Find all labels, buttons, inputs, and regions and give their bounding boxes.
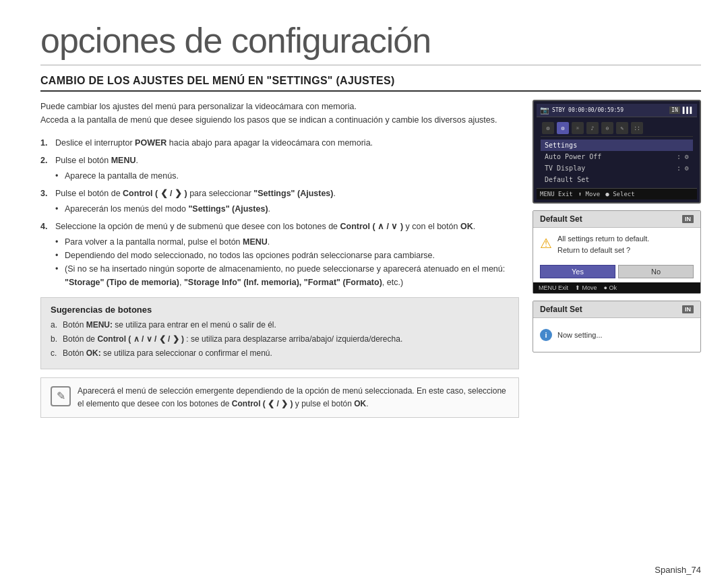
cam-icon-4: ♪ [586,122,599,134]
dialog1-line2: Return to default set ? [557,246,630,254]
cam-menu-tvdisplay-label: TV Display [545,164,585,172]
note-icon: ✎ [51,386,71,406]
step-2-sub-1: Aparece la pantalla de menús. [55,169,519,183]
cam-menu-defaultset: Default Set [541,174,693,185]
dialog1-exit: MENU Exit [539,284,568,291]
left-column: Puede cambiar los ajustes del menú para … [40,100,519,418]
step-2: 2. Pulse el botón MENU. Aparece la panta… [40,154,519,183]
dialog2-text: Now setting... [557,331,603,339]
step-4-sub-1: Para volver a la pantalla normal, pulse … [55,235,519,249]
camera-signal: ▌▌▌ [683,107,694,114]
tip-b: b. Botón de Control ( ∧ / ∨ / ❮ / ❯ ) : … [51,333,509,346]
dialog2-header: Default Set IN [533,301,700,318]
tip-c-letter: c. [51,347,57,360]
note-text: Aparecerá el menú de selección emergente… [78,385,509,410]
warning-icon: ⚠ [540,233,552,253]
cam-menu-tvdisplay: TV Display : ⚙ [541,162,693,174]
dialog2: Default Set IN i Now setting... [533,301,701,352]
steps-list: 1. Deslice el interruptor POWER hacia ab… [40,136,519,289]
dialog2-badge: IN [682,305,694,313]
cam-menu-tvdisplay-icon: : ⚙ [677,164,689,172]
note-box: ✎ Aparecerá el menú de selección emergen… [40,377,519,418]
tip-c: c. Botón OK: se utiliza para seleccionar… [51,347,509,360]
tips-title: Sugerencias de botones [51,305,509,315]
step-4-sub-2: Dependiendo del modo seleccionado, no to… [55,249,519,262]
cam-icon-5: ⊙ [601,122,613,134]
cam-menu-autopower: Auto Power Off : ⚙ [541,151,693,162]
dialog1-move: ⬆ Move [575,284,597,291]
tips-box: Sugerencias de botones a. Botón MENU: se… [40,297,519,369]
camera-badge: IN [669,106,680,114]
cam-icon-7: :: [631,122,643,134]
step-2-sub: Aparece la pantalla de menús. [55,169,519,183]
step-4-text: Seleccione la opción de menú y de submen… [55,222,475,231]
cam-select: ● Select [605,191,634,197]
intro-text: Puede cambiar los ajustes del menú para … [40,100,519,127]
cam-icon-1: ⚙ [542,122,554,134]
intro-line2: Acceda a la pantalla de menú que desee s… [40,115,497,125]
dialog1-badge: IN [682,215,694,223]
cam-menu-defaultset-label: Default Set [545,176,589,183]
camera-icon: 📷 [540,106,549,115]
step-1-num: 1. [40,136,47,150]
cam-menu-settings-label: Settings [545,142,577,149]
tip-b-letter: b. [51,333,57,346]
page: opciones de configuración CAMBIO DE LOS … [0,0,728,585]
info-icon: i [540,329,552,341]
step-3-sub: Aparecerán los menús del modo "Settings"… [55,202,519,216]
dialog1-buttons: Yes No [533,261,700,282]
camera-top-bar: 📷 STBY 00:00:00/00:59:59 IN ▌▌▌ [537,104,697,117]
dialog1-line1: All settings return to default. [557,235,649,243]
tip-a-letter: a. [51,319,57,332]
dialog1-title: Default Set [540,214,582,224]
step-4-num: 4. [40,220,47,233]
tip-a: a. Botón MENU: se utiliza para entrar en… [51,319,509,332]
step-3-text: Pulse el botón de Control ( ❮ / ❯ ) para… [55,189,336,198]
camera-status: STBY 00:00:00/00:59:59 [552,107,624,113]
dialog1-footer: MENU Exit ⬆ Move ● Ok [533,282,700,293]
camera-menu-area: ⚙ ⚙ ☼ ♪ ⊙ ✎ :: Settings Auto Power Off :… [537,117,697,188]
cam-menu-autopower-icon: : ⚙ [677,153,689,160]
dialog2-title: Default Set [540,305,582,314]
right-column: 📷 STBY 00:00:00/00:59:59 IN ▌▌▌ ⚙ ⚙ ☼ ♪ … [533,100,701,418]
page-title: opciones de configuración [40,20,701,65]
intro-line1: Puede cambiar los ajustes del menú para … [40,102,357,111]
cam-bottom-bar: MENU Exit ⬆ Move ● Select [537,188,697,199]
section-heading: CAMBIO DE LOS AJUSTES DEL MENÚ EN "SETTI… [40,75,701,92]
dialog1-text: All settings return to default. Return t… [557,233,649,255]
cam-icon-2: ⚙ [557,122,569,134]
cam-exit: MENU Exit [540,191,573,197]
step-4-sub-3: (Si no se ha insertado ningún soporte de… [55,262,519,289]
step-3-num: 3. [40,187,47,200]
dialog1-body: ⚠ All settings return to default. Return… [533,228,700,261]
tips-list: a. Botón MENU: se utiliza para entrar en… [51,319,509,361]
cam-menu-autopower-label: Auto Power Off [545,153,601,160]
dialog1-header: Default Set IN [533,211,700,228]
step-1: 1. Deslice el interruptor POWER hacia ab… [40,136,519,150]
dialog1: Default Set IN ⚠ All settings return to … [533,210,701,294]
cam-menu-settings: Settings [541,140,693,151]
step-4-sub: Para volver a la pantalla normal, pulse … [55,235,519,289]
step-4: 4. Seleccione la opción de menú y de sub… [40,220,519,289]
cam-move: ⬆ Move [578,191,601,197]
step-2-num: 2. [40,154,47,167]
step-1-text: Deslice el interruptor POWER hacia abajo… [55,138,373,148]
step-3-sub-1: Aparecerán los menús del modo "Settings"… [55,202,519,216]
cam-icons-row: ⚙ ⚙ ☼ ♪ ⊙ ✎ :: [541,120,693,137]
dialog1-ok: ● Ok [604,284,617,291]
cam-icon-6: ✎ [616,122,628,134]
cam-icon-3: ☼ [572,122,584,134]
step-3: 3. Pulse el botón de Control ( ❮ / ❯ ) p… [40,187,519,216]
dialog2-body: i Now setting... [533,318,700,352]
page-number: Spanish_74 [655,565,701,575]
dialog1-yes-button[interactable]: Yes [540,265,615,278]
step-2-text: Pulse el botón MENU. [55,156,138,165]
camera-screen: 📷 STBY 00:00:00/00:59:59 IN ▌▌▌ ⚙ ⚙ ☼ ♪ … [533,100,701,204]
dialog1-no-button[interactable]: No [618,265,694,278]
